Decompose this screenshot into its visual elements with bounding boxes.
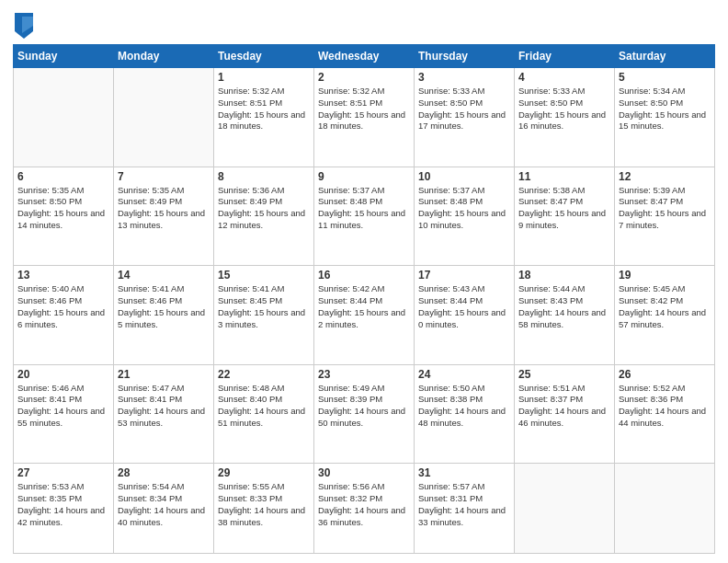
day-info: Sunrise: 5:46 AM Sunset: 8:41 PM Dayligh… <box>17 383 109 430</box>
day-info: Sunrise: 5:35 AM Sunset: 8:50 PM Dayligh… <box>17 185 109 232</box>
day-info: Sunrise: 5:53 AM Sunset: 8:35 PM Dayligh… <box>17 481 109 528</box>
day-number: 19 <box>619 269 711 282</box>
day-number: 3 <box>418 71 510 84</box>
calendar-cell: 23Sunrise: 5:49 AM Sunset: 8:39 PM Dayli… <box>314 364 415 464</box>
logo <box>13 13 33 39</box>
page: SundayMondayTuesdayWednesdayThursdayFrid… <box>0 0 728 563</box>
weekday-header-monday: Monday <box>114 45 214 68</box>
calendar-cell: 5Sunrise: 5:34 AM Sunset: 8:50 PM Daylig… <box>615 68 715 167</box>
day-number: 15 <box>218 269 310 282</box>
day-info: Sunrise: 5:49 AM Sunset: 8:39 PM Dayligh… <box>318 383 410 430</box>
day-info: Sunrise: 5:34 AM Sunset: 8:50 PM Dayligh… <box>619 86 711 132</box>
day-number: 28 <box>118 466 210 479</box>
calendar-cell: 14Sunrise: 5:41 AM Sunset: 8:46 PM Dayli… <box>114 266 214 365</box>
day-number: 26 <box>619 368 711 381</box>
calendar-cell: 6Sunrise: 5:35 AM Sunset: 8:50 PM Daylig… <box>14 167 114 266</box>
day-info: Sunrise: 5:38 AM Sunset: 8:47 PM Dayligh… <box>518 185 610 232</box>
calendar-cell: 19Sunrise: 5:45 AM Sunset: 8:42 PM Dayli… <box>615 266 715 365</box>
calendar-cell: 25Sunrise: 5:51 AM Sunset: 8:37 PM Dayli… <box>515 364 615 464</box>
calendar-cell: 12Sunrise: 5:39 AM Sunset: 8:47 PM Dayli… <box>615 167 715 266</box>
calendar-cell <box>14 68 114 167</box>
day-number: 23 <box>318 368 410 381</box>
calendar-cell: 11Sunrise: 5:38 AM Sunset: 8:47 PM Dayli… <box>515 167 615 266</box>
day-info: Sunrise: 5:45 AM Sunset: 8:42 PM Dayligh… <box>619 283 711 330</box>
weekday-header-wednesday: Wednesday <box>314 45 415 68</box>
calendar-cell: 10Sunrise: 5:37 AM Sunset: 8:48 PM Dayli… <box>415 167 515 266</box>
header <box>13 9 715 39</box>
day-number: 25 <box>518 368 610 381</box>
day-info: Sunrise: 5:52 AM Sunset: 8:36 PM Dayligh… <box>619 383 711 430</box>
day-info: Sunrise: 5:56 AM Sunset: 8:32 PM Dayligh… <box>318 481 410 528</box>
day-number: 12 <box>619 170 711 183</box>
weekday-header-tuesday: Tuesday <box>214 45 314 68</box>
day-number: 22 <box>218 368 310 381</box>
day-number: 2 <box>318 71 410 84</box>
day-number: 30 <box>318 466 410 479</box>
day-number: 17 <box>418 269 510 282</box>
day-number: 9 <box>318 170 410 183</box>
day-info: Sunrise: 5:32 AM Sunset: 8:51 PM Dayligh… <box>218 86 310 132</box>
calendar-header-row: SundayMondayTuesdayWednesdayThursdayFrid… <box>14 45 715 68</box>
calendar-cell: 3Sunrise: 5:33 AM Sunset: 8:50 PM Daylig… <box>415 68 515 167</box>
calendar-cell: 22Sunrise: 5:48 AM Sunset: 8:40 PM Dayli… <box>214 364 314 464</box>
day-number: 13 <box>17 269 109 282</box>
calendar-cell: 30Sunrise: 5:56 AM Sunset: 8:32 PM Dayli… <box>314 464 415 554</box>
day-number: 18 <box>518 269 610 282</box>
calendar-cell: 7Sunrise: 5:35 AM Sunset: 8:49 PM Daylig… <box>114 167 214 266</box>
day-number: 21 <box>118 368 210 381</box>
day-info: Sunrise: 5:48 AM Sunset: 8:40 PM Dayligh… <box>218 383 310 430</box>
calendar-cell: 21Sunrise: 5:47 AM Sunset: 8:41 PM Dayli… <box>114 364 214 464</box>
calendar-cell: 20Sunrise: 5:46 AM Sunset: 8:41 PM Dayli… <box>14 364 114 464</box>
day-info: Sunrise: 5:33 AM Sunset: 8:50 PM Dayligh… <box>418 86 510 132</box>
day-info: Sunrise: 5:35 AM Sunset: 8:49 PM Dayligh… <box>118 185 210 232</box>
calendar-cell <box>515 464 615 554</box>
calendar-cell: 4Sunrise: 5:33 AM Sunset: 8:50 PM Daylig… <box>515 68 615 167</box>
day-info: Sunrise: 5:32 AM Sunset: 8:51 PM Dayligh… <box>318 86 410 132</box>
calendar-cell: 31Sunrise: 5:57 AM Sunset: 8:31 PM Dayli… <box>415 464 515 554</box>
weekday-header-saturday: Saturday <box>615 45 715 68</box>
day-info: Sunrise: 5:42 AM Sunset: 8:44 PM Dayligh… <box>318 283 410 330</box>
calendar-cell <box>114 68 214 167</box>
day-number: 8 <box>218 170 310 183</box>
day-info: Sunrise: 5:54 AM Sunset: 8:34 PM Dayligh… <box>118 481 210 528</box>
day-number: 29 <box>218 466 310 479</box>
calendar: SundayMondayTuesdayWednesdayThursdayFrid… <box>13 44 715 554</box>
day-info: Sunrise: 5:37 AM Sunset: 8:48 PM Dayligh… <box>318 185 410 232</box>
day-info: Sunrise: 5:51 AM Sunset: 8:37 PM Dayligh… <box>518 383 610 430</box>
calendar-cell: 17Sunrise: 5:43 AM Sunset: 8:44 PM Dayli… <box>415 266 515 365</box>
calendar-cell: 28Sunrise: 5:54 AM Sunset: 8:34 PM Dayli… <box>114 464 214 554</box>
calendar-cell: 29Sunrise: 5:55 AM Sunset: 8:33 PM Dayli… <box>214 464 314 554</box>
day-info: Sunrise: 5:41 AM Sunset: 8:45 PM Dayligh… <box>218 283 310 330</box>
day-info: Sunrise: 5:33 AM Sunset: 8:50 PM Dayligh… <box>518 86 610 132</box>
calendar-cell: 9Sunrise: 5:37 AM Sunset: 8:48 PM Daylig… <box>314 167 415 266</box>
day-number: 5 <box>619 71 711 84</box>
calendar-week-row: 20Sunrise: 5:46 AM Sunset: 8:41 PM Dayli… <box>14 364 715 464</box>
day-info: Sunrise: 5:41 AM Sunset: 8:46 PM Dayligh… <box>118 283 210 330</box>
calendar-cell: 8Sunrise: 5:36 AM Sunset: 8:49 PM Daylig… <box>214 167 314 266</box>
day-info: Sunrise: 5:40 AM Sunset: 8:46 PM Dayligh… <box>17 283 109 330</box>
day-number: 31 <box>418 466 510 479</box>
calendar-week-row: 13Sunrise: 5:40 AM Sunset: 8:46 PM Dayli… <box>14 266 715 365</box>
calendar-cell: 15Sunrise: 5:41 AM Sunset: 8:45 PM Dayli… <box>214 266 314 365</box>
day-info: Sunrise: 5:39 AM Sunset: 8:47 PM Dayligh… <box>619 185 711 232</box>
day-info: Sunrise: 5:55 AM Sunset: 8:33 PM Dayligh… <box>218 481 310 528</box>
calendar-cell: 18Sunrise: 5:44 AM Sunset: 8:43 PM Dayli… <box>515 266 615 365</box>
calendar-cell: 1Sunrise: 5:32 AM Sunset: 8:51 PM Daylig… <box>214 68 314 167</box>
day-info: Sunrise: 5:37 AM Sunset: 8:48 PM Dayligh… <box>418 185 510 232</box>
day-info: Sunrise: 5:50 AM Sunset: 8:38 PM Dayligh… <box>418 383 510 430</box>
day-number: 27 <box>17 466 109 479</box>
day-info: Sunrise: 5:57 AM Sunset: 8:31 PM Dayligh… <box>418 481 510 528</box>
day-number: 11 <box>518 170 610 183</box>
weekday-header-friday: Friday <box>515 45 615 68</box>
calendar-cell: 13Sunrise: 5:40 AM Sunset: 8:46 PM Dayli… <box>14 266 114 365</box>
day-number: 14 <box>118 269 210 282</box>
day-number: 10 <box>418 170 510 183</box>
day-number: 1 <box>218 71 310 84</box>
day-info: Sunrise: 5:44 AM Sunset: 8:43 PM Dayligh… <box>518 283 610 330</box>
day-number: 7 <box>118 170 210 183</box>
calendar-cell <box>615 464 715 554</box>
day-number: 4 <box>518 71 610 84</box>
calendar-cell: 2Sunrise: 5:32 AM Sunset: 8:51 PM Daylig… <box>314 68 415 167</box>
day-number: 20 <box>17 368 109 381</box>
day-info: Sunrise: 5:43 AM Sunset: 8:44 PM Dayligh… <box>418 283 510 330</box>
